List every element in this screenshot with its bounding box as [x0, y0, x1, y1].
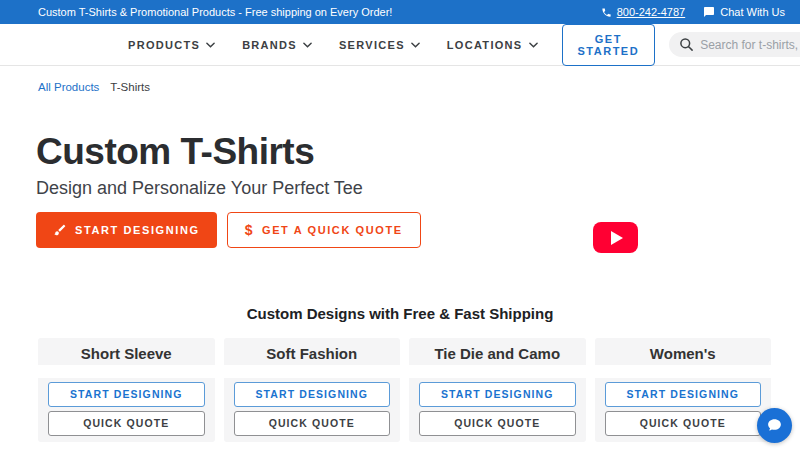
chat-bubble-icon — [766, 417, 783, 434]
page: Custom T-Shirts & Promotional Products -… — [0, 0, 800, 450]
phone-number: 800-242-4787 — [617, 6, 686, 18]
nav-item-label: PRODUCTS — [128, 39, 200, 51]
chat-widget-button[interactable] — [757, 408, 792, 443]
paintbrush-icon — [53, 223, 67, 237]
hero-cta-row: START DESIGNING $ GET A QUICK QUOTE — [36, 212, 800, 248]
search-bar[interactable] — [669, 32, 800, 57]
chat-label: Chat With Us — [720, 6, 785, 18]
promo-text: Custom T-Shirts & Promotional Products -… — [38, 6, 392, 18]
card-title: Soft Fashion — [224, 338, 401, 365]
dollar-icon: $ — [245, 222, 254, 238]
breadcrumb-current: T-Shirts — [110, 81, 150, 93]
card-quick-quote-button[interactable]: QUICK QUOTE — [234, 411, 391, 436]
play-icon — [611, 231, 623, 245]
nav-item-brands[interactable]: BRANDS — [242, 39, 312, 51]
youtube-play-button[interactable] — [593, 222, 638, 253]
quick-quote-label: GET A QUICK QUOTE — [262, 224, 403, 236]
card-short-sleeve: Short Sleeve START DESIGNING QUICK QUOTE — [38, 338, 215, 442]
card-image-placeholder — [38, 365, 215, 378]
chat-with-us-link[interactable]: Chat With Us — [703, 6, 785, 18]
nav-item-label: LOCATIONS — [447, 39, 523, 51]
chevron-down-icon — [206, 42, 215, 48]
chat-bubble-icon — [703, 6, 715, 18]
chevron-down-icon — [411, 42, 420, 48]
chevron-down-icon — [303, 42, 312, 48]
phone-link[interactable]: 800-242-4787 — [601, 6, 686, 18]
card-title: Women's — [595, 338, 772, 365]
announcement-bar: Custom T-Shirts & Promotional Products -… — [0, 0, 800, 24]
breadcrumb-all-products[interactable]: All Products — [38, 81, 99, 93]
hero-subtitle: Design and Personalize Your Perfect Tee — [36, 178, 800, 199]
phone-icon — [601, 7, 612, 18]
card-image-placeholder — [224, 365, 401, 378]
nav-item-locations[interactable]: LOCATIONS — [447, 39, 538, 51]
magnifier-icon — [679, 37, 694, 52]
card-start-designing-button[interactable]: START DESIGNING — [234, 382, 391, 407]
topbar-right: 800-242-4787 Chat With Us — [601, 6, 785, 18]
card-quick-quote-button[interactable]: QUICK QUOTE — [605, 411, 762, 436]
card-womens: Women's START DESIGNING QUICK QUOTE — [595, 338, 772, 442]
card-start-designing-button[interactable]: START DESIGNING — [605, 382, 762, 407]
card-soft-fashion: Soft Fashion START DESIGNING QUICK QUOTE — [224, 338, 401, 442]
card-start-designing-button[interactable]: START DESIGNING — [419, 382, 576, 407]
card-start-designing-button[interactable]: START DESIGNING — [48, 382, 205, 407]
quick-quote-button[interactable]: $ GET A QUICK QUOTE — [227, 212, 421, 248]
page-title: Custom T-Shirts — [36, 131, 800, 173]
nav-menu: PRODUCTS BRANDS SERVICES LOCATIONS — [128, 39, 538, 51]
section-title: Custom Designs with Free & Fast Shipping — [0, 305, 800, 322]
card-quick-quote-button[interactable]: QUICK QUOTE — [419, 411, 576, 436]
category-cards-row1: Short Sleeve START DESIGNING QUICK QUOTE… — [38, 338, 771, 442]
card-image-placeholder — [409, 365, 586, 378]
get-started-button[interactable]: GET STARTED — [562, 24, 656, 66]
start-designing-button[interactable]: START DESIGNING — [36, 212, 217, 248]
card-title: Tie Die and Camo — [409, 338, 586, 365]
nav-item-label: BRANDS — [242, 39, 297, 51]
nav-item-products[interactable]: PRODUCTS — [128, 39, 215, 51]
hero-section: Custom T-Shirts Design and Personalize Y… — [0, 93, 800, 248]
breadcrumb: All Products T-Shirts — [0, 66, 800, 93]
nav-item-services[interactable]: SERVICES — [339, 39, 420, 51]
card-title: Short Sleeve — [38, 338, 215, 365]
nav-item-label: SERVICES — [339, 39, 405, 51]
card-quick-quote-button[interactable]: QUICK QUOTE — [48, 411, 205, 436]
card-image-placeholder — [595, 365, 772, 378]
main-nav: PRODUCTS BRANDS SERVICES LOCATIONS — [0, 24, 800, 66]
chevron-down-icon — [529, 42, 538, 48]
start-designing-label: START DESIGNING — [75, 224, 200, 236]
card-tie-die-and-camo: Tie Die and Camo START DESIGNING QUICK Q… — [409, 338, 586, 442]
search-input[interactable] — [700, 38, 800, 52]
